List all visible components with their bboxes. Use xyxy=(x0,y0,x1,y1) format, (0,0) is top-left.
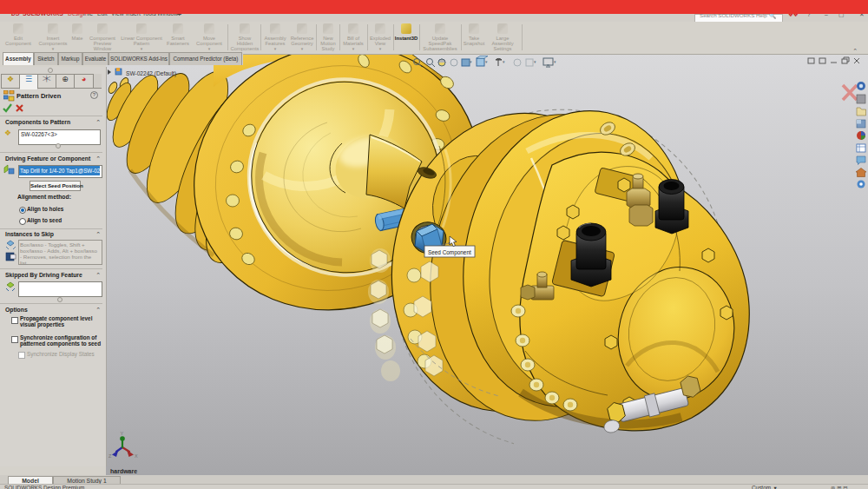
svg-text:Y: Y xyxy=(121,431,124,436)
svg-text:X: X xyxy=(135,453,138,459)
svg-text:Seed Component: Seed Component xyxy=(428,249,471,256)
svg-text:hardware: hardware xyxy=(110,468,137,474)
svg-text:SW-02242 (Default): SW-02242 (Default) xyxy=(126,70,176,77)
